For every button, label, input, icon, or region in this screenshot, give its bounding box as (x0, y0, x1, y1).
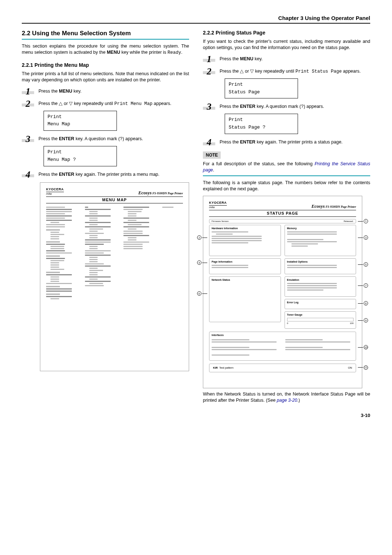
callout-circle-1: 1 (364, 219, 368, 223)
menu-key-bold: MENU (107, 50, 120, 55)
left-step-3: 3 Press the ENTER key. A question mark (… (22, 134, 189, 144)
right-step-1-text: Press the MENU key. (220, 54, 370, 62)
toner-title: Toner Gauge (287, 313, 354, 316)
hw-info-box: Hardware Information 2 (209, 225, 281, 256)
lcd-line-2: Menu Map (48, 121, 113, 128)
brand-sub: mita (209, 205, 227, 210)
firmware-label: Firmware Version: (212, 220, 229, 223)
t: ENTER (240, 104, 255, 109)
callout-6: 6 (197, 291, 207, 296)
left-step-2-text: Press the △ or ▽ key repeatedly until Pr… (38, 99, 189, 107)
t: Press the (38, 136, 59, 141)
t: key. (72, 89, 81, 94)
t: key repeatedly until (73, 101, 114, 106)
kir-box: KIR Test pattern ON 11 (209, 364, 356, 372)
model-block: Ecosys FS-9500DN Page Printer (311, 203, 356, 210)
step-number-3: 3 (22, 134, 34, 144)
interfaces-box: Interfaces (209, 332, 356, 360)
t: Press the (220, 139, 240, 145)
t: appears. (342, 69, 361, 74)
lcd-display-3: Print Status Page (225, 78, 298, 99)
menu-col-1 (46, 206, 81, 300)
kir-value: ON (348, 366, 352, 370)
if-col-1 (212, 338, 280, 357)
note-label: NOTE (203, 151, 221, 159)
brand-block: KYOCERA mita (209, 200, 227, 210)
status-sample-wrapper: KYOCERA mita Ecosys FS-9500DN Page Print… (203, 196, 370, 388)
kir-label: KIR Test pattern (213, 366, 233, 370)
triangle-up-icon: △ (59, 101, 62, 107)
callout-9: 9 (358, 318, 368, 323)
left-step-2: 2 Press the △ or ▽ key repeatedly until … (22, 99, 189, 109)
brand-logo: KYOCERA (46, 187, 64, 191)
model-block: Ecosys FS-9500DN Page Printer (138, 190, 183, 196)
lcd-display-4: Print Status Page ? (225, 114, 298, 134)
right-step-3-text: Press the ENTER key. A question mark (?)… (220, 102, 370, 110)
page: Chapter 3 Using the Operator Panel 2.2 U… (0, 0, 392, 433)
t: ) appears. (304, 104, 324, 109)
left-step-4: 4 Press the ENTER key again. The printer… (22, 170, 189, 179)
left-step-4-text: Press the ENTER key again. The printer p… (38, 170, 189, 178)
error-log-box: Error Log 8 (285, 299, 356, 309)
lcd-line-2: Status Page ? (229, 124, 294, 131)
t: .) (297, 398, 300, 403)
page-info-box: Page Information 4 (209, 258, 281, 274)
step-number-1: 1 (22, 87, 34, 96)
toner-gauge-box: Toner Gauge 0100 9 (285, 311, 356, 329)
menu-map-columns (46, 206, 183, 300)
right-step-1: 1 Press the MENU key. (203, 54, 370, 64)
t: key again. The printer prints a menu map… (74, 172, 160, 177)
status-top-bar: Firmware Version: Released: 1 (209, 219, 356, 223)
menu-col-3 (123, 206, 158, 300)
gauge-100: 100 (350, 322, 354, 325)
t: Print Status Page (295, 69, 342, 74)
sample-header: KYOCERA mita Ecosys FS-9500DN Page Print… (209, 200, 356, 210)
t: MENU (59, 89, 72, 94)
right-column: 2.2.2 Printing Status Page If you want t… (203, 29, 370, 407)
options-title: Installed Options (287, 260, 354, 263)
callout-10: 10 (358, 345, 368, 349)
memory-title: Memory (287, 227, 354, 230)
hw-info-title: Hardware Information (212, 227, 278, 230)
callout-circle-10: 10 (364, 345, 368, 349)
t: . (213, 167, 214, 173)
emulation-box: Emulation 7 (285, 276, 356, 297)
step-number-4: 4 (22, 170, 34, 179)
page-number: 3-10 (22, 412, 370, 419)
t: ENTER (59, 136, 74, 141)
t: ) appears. (123, 136, 143, 141)
callout-8: 8 (358, 301, 368, 305)
printer-model: FS-9500DN Page Printer (326, 205, 356, 208)
network-title: Network Status (212, 278, 278, 281)
lcd-line-1: Print (229, 81, 294, 89)
note-text: For a full description of the status, se… (203, 161, 370, 173)
t: key. A question mark ( (74, 136, 120, 141)
page-3-20-link[interactable]: page 3-20 (277, 398, 297, 403)
t: or (244, 69, 250, 74)
menu-map-sample: KYOCERA mita Ecosys FS-9500DN Page Print… (40, 182, 189, 371)
t: ENTER (240, 139, 255, 145)
right-step-2-text: Press the △ or ▽ key repeatedly until Pr… (220, 67, 370, 75)
t: MENU (240, 56, 253, 61)
callout-11: 11 (358, 365, 368, 370)
network-status-note: When the Network Status is turned on, th… (203, 391, 370, 404)
sample-preface: The following is a sample status page. T… (203, 180, 370, 192)
triangle-up-icon: △ (240, 68, 244, 74)
step-number-3: 3 (203, 102, 215, 112)
callout-7: 7 (358, 283, 368, 288)
step-number-2: 2 (203, 67, 215, 76)
content-columns: 2.2 Using the Menu Selection System This… (22, 29, 370, 407)
t: key. A question mark ( (256, 104, 301, 109)
status-left-col: Hardware Information 2 Page Information … (209, 225, 281, 329)
left-column: 2.2 Using the Menu Selection System This… (22, 29, 189, 407)
t: For a full description of the status, se… (203, 161, 315, 166)
triangle-down-icon: ▽ (250, 68, 254, 74)
memory-box: Memory 3 (285, 225, 356, 256)
lcd-display-2: Print Menu Map ? (44, 146, 117, 166)
callout-4: 4 (197, 260, 207, 265)
t: Press the (220, 56, 240, 61)
sample-title: STATUS PAGE (209, 210, 356, 217)
error-log-title: Error Log (287, 301, 354, 304)
callout-circle-9: 9 (364, 318, 368, 323)
step-number-2: 2 (22, 99, 34, 109)
